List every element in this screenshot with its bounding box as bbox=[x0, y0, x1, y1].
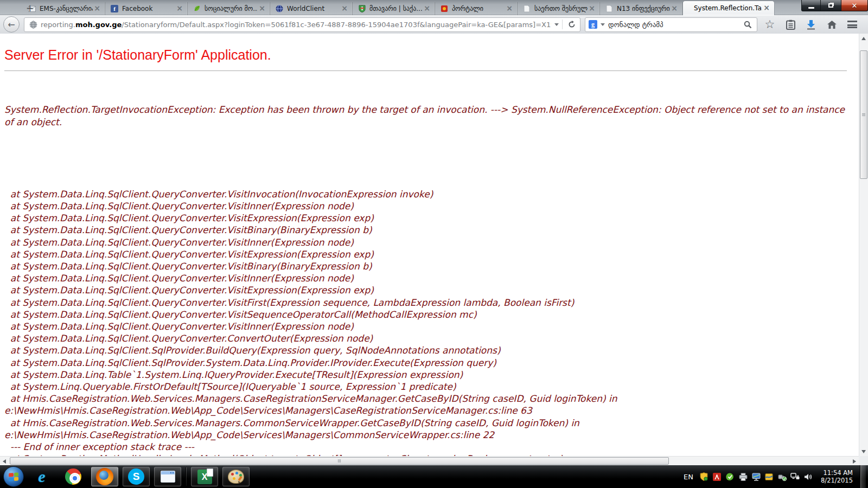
url-text[interactable]: reporting.moh.gov.ge/Stationaryform/Defa… bbox=[41, 21, 551, 29]
start-button[interactable] bbox=[3, 466, 24, 487]
stack-trace: System.Reflection.TargetInvocationExcept… bbox=[4, 80, 856, 456]
scroll-up-icon[interactable] bbox=[859, 34, 868, 43]
vertical-scroll-thumb[interactable] bbox=[860, 50, 867, 179]
stack-line: at System.Data.Linq.SqlClient.QueryConve… bbox=[4, 284, 856, 296]
search-icon[interactable] bbox=[742, 17, 754, 32]
navigation-toolbar: ← reporting.moh.gov.ge/Stationaryform/De… bbox=[0, 15, 868, 34]
usb-safely-remove-icon[interactable] bbox=[777, 472, 787, 481]
tab-close-icon[interactable]: × bbox=[258, 4, 266, 13]
horizontal-scroll-thumb[interactable] bbox=[10, 457, 669, 465]
exception-message: System.Reflection.TargetInvocationExcept… bbox=[4, 104, 856, 127]
tab-title: პორტალი bbox=[452, 5, 505, 12]
tab-title: N13 ინფექციური დ... bbox=[617, 5, 670, 12]
tab-system-reflection-active[interactable]: System.Reflection.Ta... × bbox=[682, 1, 775, 15]
url-dropdown-icon[interactable] bbox=[554, 23, 559, 26]
skype-icon: S bbox=[128, 468, 144, 485]
close-window-button[interactable]: ✕ bbox=[841, 0, 868, 11]
bookmarks-menu-icon[interactable] bbox=[782, 16, 799, 33]
clock-date: 8/21/2015 bbox=[821, 477, 853, 484]
network-icon[interactable] bbox=[790, 472, 800, 481]
search-bar[interactable]: g დონალდ ტრამპ bbox=[585, 17, 757, 32]
horizontal-scrollbar[interactable] bbox=[0, 456, 859, 465]
tab-close-icon[interactable]: × bbox=[588, 4, 596, 13]
stack-line: at System.Data.Linq.SqlClient.SqlProvide… bbox=[4, 344, 856, 356]
show-desktop-button[interactable] bbox=[860, 465, 866, 488]
search-input[interactable]: დონალდ ტრამპ bbox=[608, 21, 738, 29]
vertical-scrollbar[interactable] bbox=[859, 34, 868, 456]
tab-title: საერთო შესრულები... bbox=[534, 5, 588, 12]
restore-button[interactable] bbox=[821, 0, 841, 11]
menu-hamburger-icon[interactable] bbox=[844, 16, 860, 33]
taskbar-paint[interactable] bbox=[222, 467, 250, 486]
scroll-left-icon[interactable] bbox=[0, 457, 9, 466]
scroll-down-icon[interactable] bbox=[859, 447, 868, 456]
paint-icon bbox=[228, 470, 244, 484]
divider bbox=[562, 20, 563, 29]
stack-line: at System.Data.Linq.SqlClient.QueryConve… bbox=[4, 188, 856, 200]
google-engine-icon[interactable]: g bbox=[589, 20, 597, 29]
crest-icon bbox=[358, 4, 366, 13]
adobe-reader-icon[interactable] bbox=[712, 472, 722, 481]
taskbar-separator bbox=[186, 467, 187, 486]
tab-social[interactable]: სოციალური მო... × bbox=[188, 2, 270, 15]
tab-close-icon[interactable]: × bbox=[762, 4, 771, 12]
taskbar-internet-explorer[interactable]: e bbox=[28, 467, 55, 486]
stack-line: at System.Data.Linq.SqlClient.QueryConve… bbox=[4, 248, 856, 260]
tab-worldclient[interactable]: WorldClient × bbox=[270, 2, 353, 15]
tab-portali[interactable]: პორტალი × bbox=[435, 2, 518, 15]
taskbar-firefox-active[interactable] bbox=[91, 467, 118, 486]
stack-line: at System.Data.Linq.SqlClient.QueryConve… bbox=[4, 260, 856, 272]
taskbar-excel[interactable]: X bbox=[191, 467, 218, 486]
downloads-icon[interactable] bbox=[803, 16, 819, 33]
stack-line: at System.Linq.Queryable.FirstOrDefault[… bbox=[4, 381, 856, 393]
tab-saerto[interactable]: საერთო შესრულები... × bbox=[518, 2, 600, 15]
taskbar-clock[interactable]: 11:54 AM 8/21/2015 bbox=[821, 469, 853, 484]
flag-icon bbox=[440, 4, 449, 13]
search-engine-dropdown-icon[interactable] bbox=[601, 23, 605, 26]
map-utility-icon[interactable] bbox=[764, 472, 774, 481]
tab-close-icon[interactable]: × bbox=[505, 4, 514, 13]
taskbar-chrome[interactable] bbox=[60, 467, 87, 486]
page-icon bbox=[605, 4, 614, 13]
tab-bar: EMS-კანცელარია × f Facebook × სოციალური … bbox=[0, 0, 868, 15]
desktop-screen: EMS-კანცელარია × f Facebook × სოციალური … bbox=[0, 0, 868, 488]
tab-facebook[interactable]: f Facebook × bbox=[105, 2, 188, 15]
stack-line: at System.Data.Linq.SqlClient.SqlProvide… bbox=[4, 357, 856, 369]
scroll-right-icon[interactable] bbox=[850, 457, 859, 466]
back-button[interactable]: ← bbox=[3, 16, 20, 33]
taskbar-app-window[interactable] bbox=[154, 467, 181, 486]
display-settings-icon[interactable] bbox=[751, 472, 761, 481]
divider bbox=[4, 70, 847, 71]
stack-line: at System.Data.Linq.SqlClient.QueryConve… bbox=[4, 309, 856, 320]
tab-close-icon[interactable]: × bbox=[423, 4, 431, 13]
page-title: Server Error in '/StationaryForm' Applic… bbox=[4, 47, 859, 63]
home-icon[interactable] bbox=[824, 16, 840, 33]
tab-close-icon[interactable]: × bbox=[175, 4, 184, 13]
excel-icon: X bbox=[197, 470, 212, 484]
bookmark-star-icon[interactable]: ☆ bbox=[762, 16, 778, 33]
tab-close-icon[interactable]: × bbox=[93, 4, 101, 13]
address-bar[interactable]: reporting.moh.gov.ge/Stationaryform/Defa… bbox=[24, 17, 580, 32]
tab-n13[interactable]: N13 ინფექციური დ... × bbox=[600, 2, 682, 15]
site-identity-globe-icon[interactable] bbox=[29, 20, 37, 29]
facebook-icon: f bbox=[110, 4, 119, 13]
antivirus-check-icon[interactable] bbox=[725, 472, 735, 481]
scrollbar-corner bbox=[859, 456, 868, 465]
stack-line: at System.Data.Linq.Table`1.System.Linq.… bbox=[4, 369, 856, 381]
taskbar-skype[interactable]: S bbox=[123, 467, 150, 486]
tab-mtavari[interactable]: მთავარი | საქა... × bbox=[353, 2, 435, 15]
stack-line: at System.Data.Linq.SqlClient.QueryConve… bbox=[4, 320, 856, 332]
stack-line: at System.Data.Linq.SqlClient.QueryConve… bbox=[4, 224, 856, 236]
reload-icon[interactable] bbox=[566, 17, 578, 32]
volume-icon[interactable] bbox=[803, 472, 813, 481]
security-shield-icon[interactable] bbox=[699, 472, 709, 481]
tab-title: მთავარი | საქა... bbox=[369, 5, 423, 12]
tab-close-icon[interactable]: × bbox=[670, 4, 679, 13]
tab-close-icon[interactable]: × bbox=[340, 4, 349, 13]
printer-icon[interactable] bbox=[738, 472, 748, 481]
language-indicator[interactable]: EN bbox=[684, 473, 693, 481]
windows-taskbar: e S X EN bbox=[0, 465, 868, 488]
globe-icon bbox=[275, 4, 284, 13]
new-tab-button[interactable]: + bbox=[23, 2, 37, 14]
minimize-button[interactable] bbox=[801, 0, 821, 11]
